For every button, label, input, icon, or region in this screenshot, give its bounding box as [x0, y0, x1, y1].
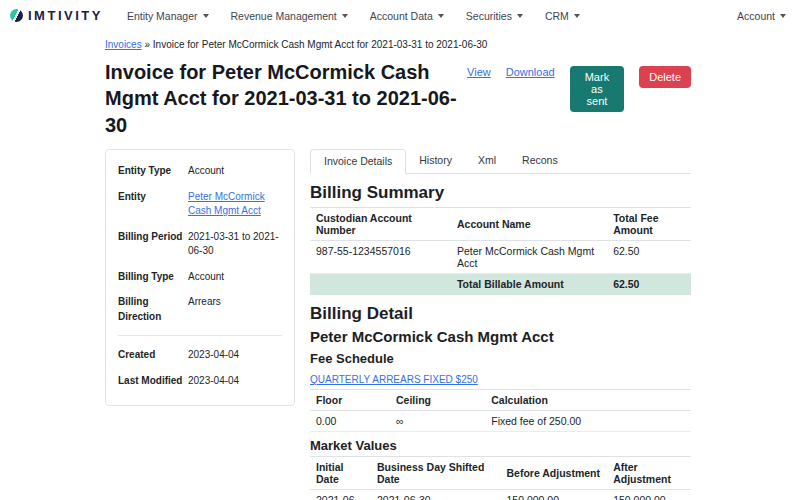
- info-label: Last Modified: [118, 374, 188, 389]
- before-adjustment: 150,000.00: [500, 490, 607, 500]
- entity-link[interactable]: Peter McCormick Cash Mgmt Acct: [188, 191, 265, 217]
- table-row: 987-55-1234557016 Peter McCormick Cash M…: [310, 241, 691, 274]
- total-billable-label: Total Billable Amount: [451, 274, 607, 295]
- billing-summary-heading: Billing Summary: [310, 183, 691, 203]
- col-header: Initial Date: [310, 457, 371, 490]
- col-header: Custodian Account Number: [310, 208, 451, 241]
- total-billable-value: 62.50: [607, 274, 691, 295]
- info-row-billing-direction: Billing Direction Arrears: [118, 295, 282, 324]
- billing-detail-account-name: Peter McCormick Cash Mgmt Acct: [310, 328, 691, 345]
- caret-down-icon: [438, 14, 444, 18]
- breadcrumb-invoices-link[interactable]: Invoices: [105, 39, 142, 50]
- market-values-table: Initial Date Business Day Shifted Date B…: [310, 456, 691, 500]
- brand-logo[interactable]: IMTIVITY: [10, 8, 103, 23]
- caret-down-icon: [517, 14, 523, 18]
- nav-item-entity-manager[interactable]: Entity Manager: [127, 10, 209, 22]
- total-fee-amount: 62.50: [607, 241, 691, 274]
- tab-history[interactable]: History: [406, 149, 465, 173]
- custodian-account-number: 987-55-1234557016: [310, 241, 451, 274]
- info-row-created: Created 2023-04-04: [118, 348, 282, 363]
- info-value: 2021-03-31 to 2021-06-30: [188, 230, 282, 259]
- info-row-entity: Entity Peter McCormick Cash Mgmt Acct: [118, 190, 282, 219]
- info-label: Billing Direction: [118, 295, 188, 324]
- empty-cell: [310, 274, 451, 295]
- fee-floor: 0.00: [310, 411, 390, 432]
- nav-item-account-data[interactable]: Account Data: [370, 10, 444, 22]
- info-row-billing-period: Billing Period 2021-03-31 to 2021-06-30: [118, 230, 282, 259]
- breadcrumb-separator: »: [144, 39, 150, 50]
- caret-down-icon: [780, 14, 786, 18]
- delete-button[interactable]: Delete: [639, 66, 691, 88]
- fee-schedule-table: Floor Ceiling Calculation 0.00 ∞ Fixed f…: [310, 389, 691, 432]
- info-value: 2023-04-04: [188, 374, 282, 389]
- nav-item-label: CRM: [545, 10, 569, 22]
- col-header: Total Fee Amount: [607, 208, 691, 241]
- invoice-info-panel: Entity Type Account Entity Peter McCormi…: [105, 149, 295, 406]
- fee-calculation: Fixed fee of 250.00: [485, 411, 691, 432]
- nav-links: Entity Manager Revenue Management Accoun…: [127, 10, 580, 22]
- brand-logo-icon: [10, 9, 23, 22]
- tab-xml[interactable]: Xml: [465, 149, 509, 173]
- caret-down-icon: [203, 14, 209, 18]
- market-values-heading: Market Values: [310, 438, 691, 453]
- breadcrumb-current: Invoice for Peter McCormick Cash Mgmt Ac…: [153, 39, 488, 50]
- after-adjustment: 150,000.00: [607, 490, 691, 500]
- fee-schedule-link[interactable]: QUARTERLY ARREARS FIXED $250: [310, 374, 478, 385]
- tab-recons[interactable]: Recons: [509, 149, 571, 173]
- info-row-billing-type: Billing Type Account: [118, 270, 282, 285]
- nav-item-crm[interactable]: CRM: [545, 10, 580, 22]
- table-header-row: Custodian Account Number Account Name To…: [310, 208, 691, 241]
- table-row: 0.00 ∞ Fixed fee of 250.00: [310, 411, 691, 432]
- fee-ceiling: ∞: [390, 411, 485, 432]
- view-link[interactable]: View: [467, 66, 491, 78]
- col-header: Calculation: [485, 390, 691, 411]
- tab-bar: Invoice Details History Xml Recons: [310, 149, 691, 174]
- account-menu[interactable]: Account: [737, 10, 786, 22]
- info-label: Entity: [118, 190, 188, 219]
- brand-name: IMTIVITY: [28, 8, 103, 23]
- business-day-shifted-date: 2021-06-30: [371, 490, 501, 500]
- nav-item-label: Entity Manager: [127, 10, 198, 22]
- col-header: After Adjustment: [607, 457, 691, 490]
- info-value: 2023-04-04: [188, 348, 282, 363]
- billing-detail-heading: Billing Detail: [310, 304, 691, 324]
- download-link[interactable]: Download: [506, 66, 555, 78]
- table-header-row: Initial Date Business Day Shifted Date B…: [310, 457, 691, 490]
- caret-down-icon: [342, 14, 348, 18]
- nav-item-label: Revenue Management: [231, 10, 337, 22]
- mark-as-sent-button[interactable]: Mark as sent: [570, 66, 625, 112]
- nav-item-label: Account Data: [370, 10, 433, 22]
- info-value: Arrears: [188, 295, 282, 324]
- col-header: Account Name: [451, 208, 607, 241]
- billing-summary-table: Custodian Account Number Account Name To…: [310, 207, 691, 295]
- nav-item-revenue-management[interactable]: Revenue Management: [231, 10, 348, 22]
- info-row-last-modified: Last Modified 2023-04-04: [118, 374, 282, 389]
- page-title: Invoice for Peter McCormick Cash Mgmt Ac…: [105, 59, 467, 138]
- top-navbar: IMTIVITY Entity Manager Revenue Manageme…: [0, 0, 800, 30]
- total-billable-row: Total Billable Amount 62.50: [310, 274, 691, 295]
- account-name: Peter McCormick Cash Mgmt Acct: [451, 241, 607, 274]
- invoice-detail-panel: Invoice Details History Xml Recons Billi…: [310, 149, 691, 500]
- info-label: Billing Period: [118, 230, 188, 259]
- breadcrumb: Invoices » Invoice for Peter McCormick C…: [105, 39, 691, 50]
- fee-schedule-heading: Fee Schedule: [310, 351, 691, 366]
- info-panel-divider: [118, 335, 282, 336]
- table-header-row: Floor Ceiling Calculation: [310, 390, 691, 411]
- initial-date: 2021-06-30: [310, 490, 371, 500]
- nav-item-securities[interactable]: Securities: [466, 10, 523, 22]
- info-value: Account: [188, 164, 282, 179]
- account-menu-label: Account: [737, 10, 775, 22]
- info-label: Entity Type: [118, 164, 188, 179]
- info-label: Created: [118, 348, 188, 363]
- col-header: Business Day Shifted Date: [371, 457, 501, 490]
- info-value: Account: [188, 270, 282, 285]
- col-header: Ceiling: [390, 390, 485, 411]
- col-header: Floor: [310, 390, 390, 411]
- info-row-entity-type: Entity Type Account: [118, 164, 282, 179]
- nav-item-label: Securities: [466, 10, 512, 22]
- table-row: 2021-06-30 2021-06-30 150,000.00 150,000…: [310, 490, 691, 500]
- tab-invoice-details[interactable]: Invoice Details: [310, 149, 406, 174]
- page-header: Invoice for Peter McCormick Cash Mgmt Ac…: [105, 59, 691, 138]
- info-label: Billing Type: [118, 270, 188, 285]
- caret-down-icon: [574, 14, 580, 18]
